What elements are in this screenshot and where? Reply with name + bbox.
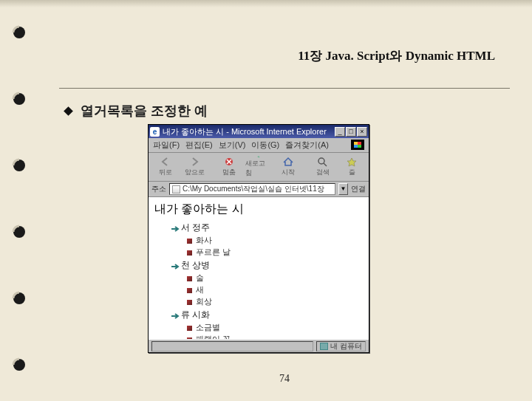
search-button[interactable]: 검색	[309, 155, 337, 179]
list-item: 천 상병 술 새 회상	[171, 259, 363, 307]
menu-edit[interactable]: 편집(E)	[185, 140, 213, 151]
ie-icon: e	[150, 127, 160, 137]
close-button[interactable]: ×	[357, 127, 367, 137]
poet-list: 서 정주 화사 푸르른 날 천 상병 술 새 회상 류 시화	[171, 222, 363, 339]
menu-view[interactable]: 보기(V)	[219, 140, 246, 151]
search-label: 검색	[316, 168, 330, 177]
chapter-title: 11장 Java. Script와 Dynamic HTML	[52, 47, 517, 64]
svg-point-7	[318, 158, 324, 164]
back-label: 뒤로	[159, 168, 172, 177]
status-pane	[151, 341, 313, 352]
minimize-button[interactable]: _	[335, 127, 345, 137]
list-item: 류 시화 소금별 패랭이 꽃	[171, 309, 363, 339]
arrow-icon	[171, 261, 181, 271]
titlebar[interactable]: e 내가 좋아하는 시 - Microsoft Internet Explore…	[149, 125, 369, 138]
divider	[59, 88, 510, 89]
svg-line-8	[324, 163, 327, 166]
forward-button[interactable]: 앞으로	[181, 155, 209, 179]
address-label: 주소	[151, 184, 166, 194]
computer-icon	[320, 343, 328, 350]
menu-favorites[interactable]: 즐겨찾기(A)	[285, 140, 329, 151]
square-icon	[187, 288, 192, 293]
list-item: 푸르른 날	[187, 247, 363, 258]
refresh-button[interactable]: 새로고침	[245, 155, 273, 179]
maximize-button[interactable]: □	[346, 127, 356, 137]
page-icon	[172, 185, 180, 193]
square-icon	[187, 276, 192, 281]
arrow-icon	[171, 223, 181, 233]
list-item: 술	[187, 273, 363, 284]
home-label: 시작	[282, 168, 295, 177]
address-input[interactable]: C:\My Documents\작업실\실습 인터넷\11장	[169, 183, 335, 195]
home-button[interactable]: 시작	[274, 155, 302, 179]
list-item: 소금별	[187, 322, 363, 333]
status-bar: 내 컴퓨터	[149, 339, 369, 352]
list-item: 회상	[187, 296, 363, 307]
back-button[interactable]: 뒤로	[151, 155, 180, 179]
favorites-label: 즐	[349, 168, 355, 177]
ie-window: e 내가 좋아하는 시 - Microsoft Internet Explore…	[148, 124, 369, 353]
arrow-icon	[171, 310, 181, 321]
content-heading: 내가 좋아하는 시	[154, 202, 363, 217]
refresh-label: 새로고침	[245, 159, 272, 178]
square-icon	[187, 337, 192, 339]
favorites-button[interactable]: 즐	[338, 155, 366, 179]
address-value: C:\My Documents\작업실\실습 인터넷\11장	[183, 184, 324, 194]
page-number: 74	[52, 373, 517, 385]
page-content: 내가 좋아하는 시 서 정주 화사 푸르른 날 천 상병 술 새 회상	[149, 197, 369, 339]
stop-button[interactable]: 멈춤	[216, 155, 244, 179]
square-icon	[187, 326, 192, 331]
menu-file[interactable]: 파일(F)	[153, 140, 180, 151]
list-item: 새	[187, 284, 363, 295]
list-item: 패랭이 꽃	[187, 334, 363, 339]
toolbar: 뒤로 앞으로 멈춤 새로고침 시작 검색	[149, 153, 369, 182]
windows-logo-icon	[351, 140, 364, 150]
square-icon	[187, 239, 192, 244]
section-heading: 열거목록을 조정한 예	[65, 102, 517, 120]
links-label[interactable]: 연결	[351, 184, 366, 194]
list-item: 서 정주 화사 푸르른 날	[171, 222, 363, 258]
section-heading-text: 열거목록을 조정한 예	[81, 102, 208, 120]
stop-label: 멈춤	[222, 168, 236, 177]
forward-label: 앞으로	[185, 168, 205, 177]
menu-go[interactable]: 이동(G)	[251, 140, 279, 151]
window-title: 내가 좋아하는 시 - Microsoft Internet Explorer	[163, 126, 332, 137]
status-zone: 내 컴퓨터	[316, 341, 366, 352]
spiral-binding	[9, 22, 30, 375]
status-text: 내 컴퓨터	[330, 341, 362, 352]
address-dropdown-button[interactable]: ▼	[338, 183, 348, 195]
address-bar: 주소 C:\My Documents\작업실\실습 인터넷\11장 ▼ 연결	[149, 182, 369, 197]
page-shadow	[0, 0, 532, 7]
bullet-icon	[64, 106, 73, 116]
menubar: 파일(F) 편집(E) 보기(V) 이동(G) 즐겨찾기(A)	[149, 138, 369, 153]
square-icon	[187, 300, 192, 305]
list-item: 화사	[187, 235, 363, 246]
square-icon	[187, 250, 192, 256]
